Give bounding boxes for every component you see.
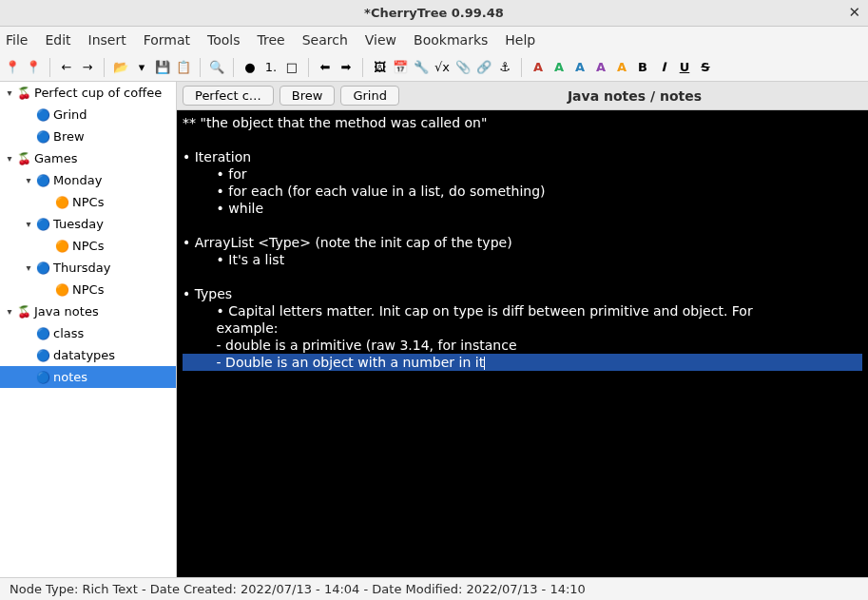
editor-line[interactable] [183,268,862,285]
tree-item-datatypes[interactable]: 🔵datatypes [0,344,176,366]
tree-item-perfect-cup-of-coffee[interactable]: ▾🍒Perfect cup of coffee [0,82,176,104]
toolbar-button[interactable]: 📅 [392,59,409,76]
menu-edit[interactable]: Edit [45,32,70,48]
toolbar-button[interactable]: 💾 [154,59,171,76]
status-text: Node Type: Rich Text - Date Created: 202… [10,582,586,596]
tree-item-brew[interactable]: 🔵Brew [0,126,176,147]
node-icon: 🍒 [15,87,32,100]
caret-icon[interactable]: ▾ [23,175,34,185]
tree-item-monday[interactable]: ▾🔵Monday [0,169,176,191]
toolbar-button[interactable]: 🖼 [371,59,388,76]
caret-icon[interactable]: ▾ [23,262,34,273]
toolbar-button[interactable]: √x [434,59,451,76]
editor-line[interactable]: • for [183,165,862,183]
toolbar-button[interactable]: ● [241,59,259,76]
toolbar-button[interactable]: 📎 [454,59,472,76]
editor-line[interactable]: • It's a list [183,251,862,268]
content-pane: Perfect c…BrewGrind Java notes / notes *… [177,82,868,577]
node-label: Grind [51,107,87,122]
node-icon: 🔵 [34,174,51,187]
node-label: NPCs [70,239,104,253]
toolbar-button[interactable]: ➡ [338,59,355,76]
menu-search[interactable]: Search [302,32,348,48]
toolbar-button[interactable]: 📍 [25,59,42,76]
editor-line[interactable]: - Double is an object with a number in i… [183,354,862,371]
node-icon: 🔵 [34,261,51,275]
editor-line[interactable] [183,217,862,234]
toolbar-button[interactable]: ▾ [133,59,150,76]
caret-icon[interactable]: ▾ [23,219,34,229]
tree-item-games[interactable]: ▾🍒Games [0,147,176,169]
tree-item-npcs[interactable]: 🟠NPCs [0,191,176,213]
node-icon: 🔵 [34,371,51,384]
toolbar-button[interactable]: A [550,59,568,76]
editor-line[interactable]: • while [183,200,862,217]
menu-tree[interactable]: Tree [258,32,285,48]
toolbar-button[interactable]: 📋 [175,59,192,76]
node-label: notes [51,370,87,384]
tree-item-npcs[interactable]: 🟠NPCs [0,235,176,257]
toolbar-button[interactable]: A [613,59,630,76]
tree-item-java-notes[interactable]: ▾🍒Java notes [0,300,176,322]
menu-bookmarks[interactable]: Bookmarks [414,32,488,48]
node-label: Java notes [32,304,99,319]
toolbar-button[interactable]: A [571,59,588,76]
window-title: *CherryTree 0.99.48 [364,6,504,20]
close-icon[interactable]: ✕ [848,4,860,21]
toolbar-button[interactable]: → [79,59,96,76]
toolbar-button[interactable]: ⬅ [317,59,334,76]
tree-item-npcs[interactable]: 🟠NPCs [0,279,176,300]
editor-line[interactable]: example: [183,319,862,337]
tree-item-class[interactable]: 🔵class [0,322,176,344]
node-icon: 🔵 [34,108,51,122]
editor-line[interactable]: • Iteration [183,148,862,165]
toolbar-button[interactable]: ← [58,59,75,76]
menu-format[interactable]: Format [144,32,190,48]
menu-insert[interactable]: Insert [88,32,126,48]
tree-item-tuesday[interactable]: ▾🔵Tuesday [0,213,176,235]
toolbar-button[interactable]: 🔍 [208,59,225,76]
editor-line[interactable]: • ArrayList <Type> (note the init cap of… [183,234,862,251]
toolbar-button[interactable]: 1. [262,59,280,76]
toolbar-button[interactable]: 🔧 [413,59,430,76]
tab-grind[interactable]: Grind [340,86,399,106]
node-icon: 🔵 [34,218,51,231]
node-label: Monday [51,173,102,187]
caret-icon[interactable]: ▾ [4,87,15,98]
toolbar-button[interactable]: □ [283,59,300,76]
editor-line[interactable]: • for each (for each value in a list, do… [183,183,862,200]
toolbar-button[interactable]: 📂 [112,59,129,76]
menu-help[interactable]: Help [505,32,535,48]
toolbar-button[interactable]: A [592,59,609,76]
toolbar-button[interactable]: S [697,59,714,76]
tab-perfect-c-[interactable]: Perfect c… [183,86,274,106]
toolbar-button[interactable]: U [676,59,693,76]
tree-item-thursday[interactable]: ▾🔵Thursday [0,257,176,279]
node-icon: 🍒 [15,305,32,319]
editor-line[interactable] [183,131,862,148]
toolbar-button[interactable]: 🔗 [475,59,492,76]
toolbar-button[interactable]: B [634,59,651,76]
caret-icon[interactable]: ▾ [4,306,15,317]
tree-item-grind[interactable]: 🔵Grind [0,104,176,126]
editor[interactable]: ** "the object that the method was calle… [177,110,868,577]
tree-sidebar[interactable]: ▾🍒Perfect cup of coffee🔵Grind🔵Brew▾🍒Game… [0,82,177,577]
editor-line[interactable]: • Types [183,285,862,302]
tab-brew[interactable]: Brew [280,86,336,106]
editor-line[interactable]: ** "the object that the method was calle… [183,114,862,131]
toolbar-button[interactable]: I [655,59,672,76]
toolbar-button[interactable]: A [530,59,547,76]
tree-item-notes[interactable]: 🔵notes [0,366,176,388]
editor-line[interactable]: • Capital letters matter. Init cap on ty… [183,302,862,319]
caret-icon[interactable]: ▾ [4,153,15,164]
toolbar-button[interactable]: 📍 [4,59,21,76]
toolbar-button[interactable]: ⚓ [496,59,513,76]
text-caret [484,357,485,370]
menu-tools[interactable]: Tools [207,32,241,48]
menu-view[interactable]: View [365,32,396,48]
toolbar-separator [49,58,50,77]
menu-file[interactable]: File [6,32,28,48]
node-icon: 🔵 [34,349,51,362]
node-icon: 🟠 [53,283,70,297]
editor-line[interactable]: - double is a primitive (raw 3.14, for i… [183,337,862,354]
